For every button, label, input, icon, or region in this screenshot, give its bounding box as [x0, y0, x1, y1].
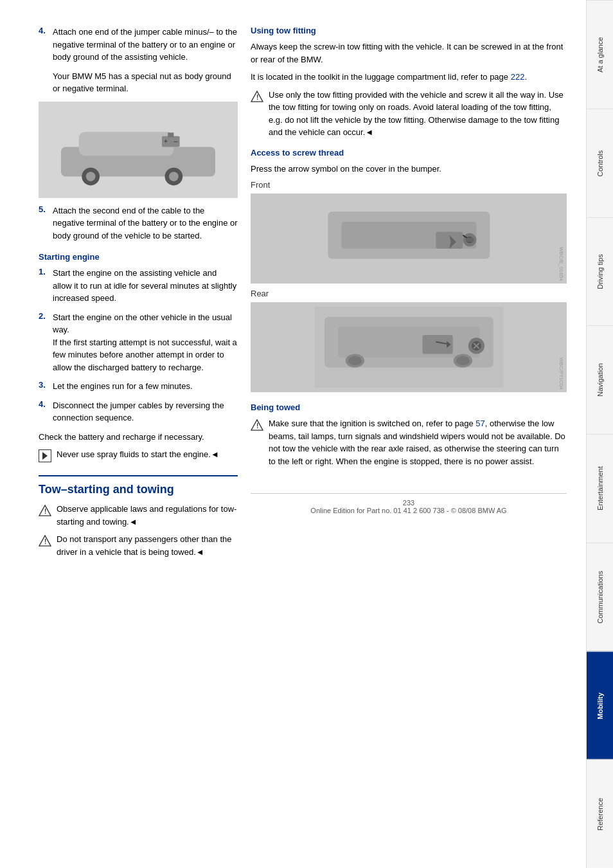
svg-point-3: [86, 172, 96, 181]
svg-text:!: !: [44, 508, 46, 515]
sidebar-tab-driving-tips[interactable]: Driving tips: [587, 217, 613, 326]
tow-warning-1-text: Observe applicable laws and regulations …: [57, 503, 238, 528]
svg-rect-19: [436, 232, 463, 249]
warning-triangle-icon-2: !: [39, 534, 51, 547]
rear-label: Rear: [251, 289, 567, 298]
being-towed-warning: ! Make sure that the ignition is switche…: [251, 417, 567, 467]
svg-rect-7: [168, 132, 173, 137]
start-step-4-text: Disconnect the jumper cables by reversin…: [53, 399, 238, 424]
svg-point-31: [456, 356, 469, 366]
being-towed-text: Make sure that the ignition is switched …: [269, 417, 567, 467]
sidebar-tab-entertainment[interactable]: Entertainment: [587, 434, 613, 543]
check-battery-text: Check the battery and recharge if necess…: [39, 431, 238, 444]
start-step-4: 4. Disconnect the jumper cables by rever…: [39, 399, 238, 424]
start-step-2-number: 2.: [39, 311, 49, 374]
svg-rect-1: [79, 132, 174, 156]
svg-rect-27: [338, 327, 480, 357]
sidebar: At a glance Controls Driving tips Naviga…: [586, 0, 613, 868]
warning-triangle-icon-4: !: [251, 419, 263, 431]
step-5-number: 5.: [39, 204, 49, 242]
front-tow-image: WBC/E_01854: [251, 194, 567, 284]
rear-image-watermark: WBC/P71C04: [558, 357, 564, 390]
front-label: Front: [251, 180, 567, 190]
footer-text: Online Edition for Part no. 01 41 2 600 …: [310, 507, 506, 514]
sidebar-tab-reference[interactable]: Reference: [587, 759, 613, 868]
page-ref-222: 222: [511, 72, 525, 82]
step-5: 5. Attach the second end of the cable to…: [39, 204, 238, 242]
step-4-text: Attach one end of the jumper cable minus…: [53, 26, 238, 64]
warning-triangle-icon-3: !: [251, 90, 263, 103]
tow-warning-2-text: Do not transport any passengers other th…: [57, 533, 238, 558]
right-column: Using tow fitting Always keep the screw-…: [251, 26, 567, 842]
page-ref-57: 57: [475, 419, 484, 428]
start-step-3-text: Let the engines run for a few minutes.: [53, 380, 238, 393]
front-image-watermark: WBC/E_01854: [558, 247, 564, 281]
sidebar-tab-at-a-glance[interactable]: At a glance: [587, 0, 613, 109]
tow-fitting-warning-text: Use only the tow fitting provided with t…: [269, 89, 567, 139]
left-column: 4. Attach one end of the jumper cable mi…: [39, 26, 238, 842]
being-towed-heading: Being towed: [251, 402, 567, 412]
using-tow-fitting-heading: Using tow fitting: [251, 26, 567, 35]
start-step-3-number: 3.: [39, 380, 49, 393]
sidebar-tab-navigation[interactable]: Navigation: [587, 325, 613, 434]
sidebar-tab-communications[interactable]: Communications: [587, 543, 613, 651]
step-4-number: 4.: [39, 26, 49, 64]
svg-text:!: !: [256, 94, 258, 101]
rear-tow-image: WBC/P71C04: [251, 302, 567, 392]
start-step-1: 1. Start the engine on the assisting veh…: [39, 267, 238, 305]
warning-triangle-icon-1: !: [39, 504, 51, 517]
main-content: 4. Attach one end of the jumper cable mi…: [0, 0, 586, 868]
tow-warning-1: ! Observe applicable laws and regulation…: [39, 503, 238, 528]
start-step-2-text: Start the engine on the other vehicle in…: [53, 311, 238, 374]
step4-note: Your BMW M5 has a special nut as body gr…: [53, 70, 238, 95]
svg-point-29: [348, 356, 361, 366]
start-step-2: 2. Start the engine on the other vehicle…: [39, 311, 238, 374]
access-screw-thread-text: Press the arrow symbol on the cover in t…: [251, 163, 567, 176]
page-container: 4. Attach one end of the jumper cable mi…: [0, 0, 613, 868]
svg-text:!: !: [44, 538, 46, 545]
spray-fluids-warning: Never use spray fluids to start the engi…: [39, 448, 238, 462]
starting-engine-heading: Starting engine: [39, 252, 238, 262]
step-4: 4. Attach one end of the jumper cable mi…: [39, 26, 238, 64]
tow-fitting-text-2: It is located in the toolkit in the lugg…: [251, 71, 567, 84]
page-footer: 233 Online Edition for Part no. 01 41 2 …: [251, 493, 567, 514]
access-screw-thread-heading: Access to screw thread: [251, 148, 567, 158]
start-step-3: 3. Let the engines run for a few minutes…: [39, 380, 238, 393]
tow-fitting-text-1: Always keep the screw-in tow fitting wit…: [251, 41, 567, 66]
spray-fluids-text: Never use spray fluids to start the engi…: [57, 448, 219, 462]
svg-text:–: –: [173, 136, 178, 144]
svg-text:!: !: [256, 422, 258, 429]
svg-rect-24: [465, 238, 474, 242]
start-step-4-number: 4.: [39, 399, 49, 424]
start-step-1-text: Start the engine on the assisting vehicl…: [53, 267, 238, 305]
start-step-1-number: 1.: [39, 267, 49, 305]
tow-fitting-warning: ! Use only the tow fitting provided with…: [251, 89, 567, 139]
svg-text:+: +: [164, 136, 168, 144]
sidebar-tab-controls[interactable]: Controls: [587, 109, 613, 217]
note-icon: [39, 449, 51, 462]
svg-point-5: [169, 172, 179, 181]
tow-warning-2: ! Do not transport any passengers other …: [39, 533, 238, 558]
tow-section-title: Tow–starting and towing: [39, 475, 238, 496]
footer-area: 233 Online Edition for Part no. 01 41 2 …: [251, 493, 567, 514]
sidebar-tab-mobility[interactable]: Mobility: [587, 651, 613, 760]
jumper-cable-image: + –: [39, 102, 238, 198]
note-arrow-icon: [42, 452, 48, 460]
page-number: 233: [403, 499, 414, 507]
step-5-text: Attach the second end of the cable to th…: [53, 204, 238, 242]
